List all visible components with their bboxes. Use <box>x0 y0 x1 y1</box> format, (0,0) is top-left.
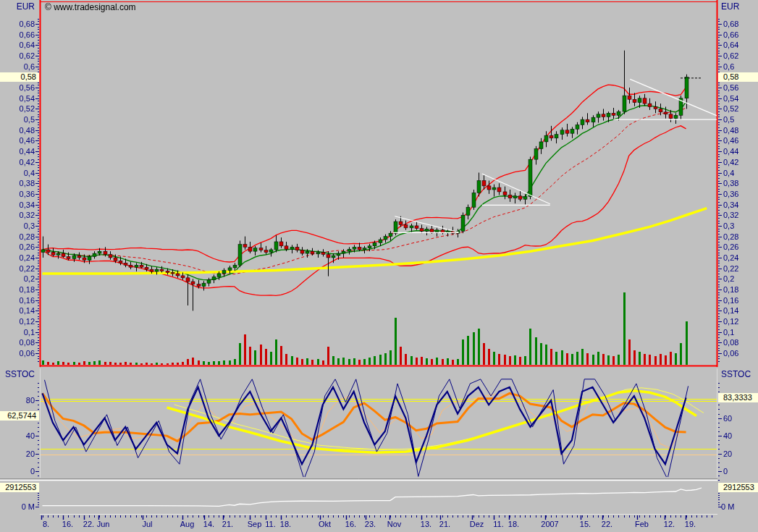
bottom-value-box-right: 2912553 <box>718 483 758 492</box>
last-price-box-left: 0,58 <box>0 72 39 82</box>
bottom-value-box-left: 2912553 <box>0 483 39 492</box>
copyright-label: © www.tradesignal.com <box>45 2 136 12</box>
sstoc-value-box-right: 83,3333 <box>718 393 758 402</box>
sstoc-title-right: SSTOC <box>721 370 751 379</box>
sstoc-value-box-left: 62,5744 <box>0 411 39 421</box>
sstoc-title-left: SSTOC <box>0 370 35 379</box>
bottom-zero-label-left: 0 M <box>0 502 35 512</box>
price-axis-unit-right: EUR <box>721 2 739 12</box>
tradesignal-chart-window: © www.tradesignal.com EUR EUR 0,58 0,58 … <box>0 0 758 532</box>
chart-canvas[interactable] <box>0 0 758 532</box>
price-axis-unit-left: EUR <box>0 2 35 12</box>
last-price-box-right: 0,58 <box>718 72 758 82</box>
bottom-zero-label-right: 0 M <box>721 502 734 512</box>
